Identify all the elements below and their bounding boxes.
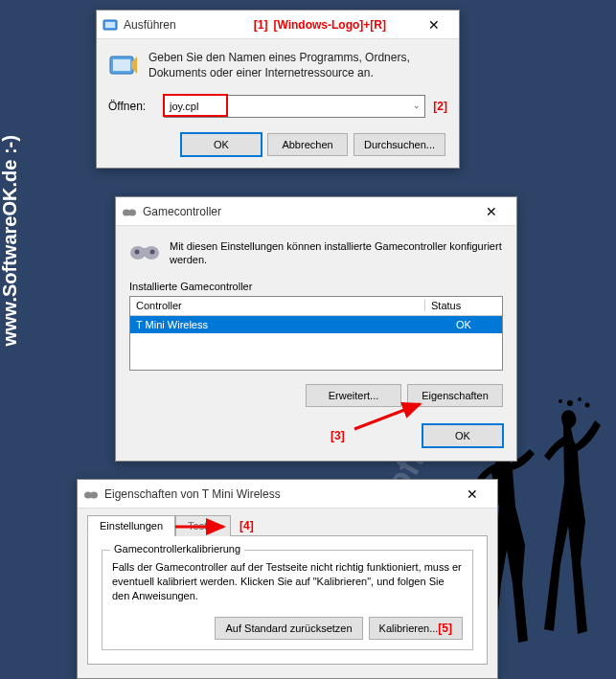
tab-settings[interactable]: Einstellungen	[87, 515, 175, 536]
advanced-button[interactable]: Erweitert...	[306, 384, 401, 407]
reset-defaults-button[interactable]: Auf Standard zurücksetzen	[215, 617, 362, 640]
annotation-3: [3]	[331, 429, 345, 442]
svg-point-1	[578, 397, 582, 401]
gamecontroller-description: Mit diesen Einstellungen können installi…	[170, 239, 503, 267]
properties-title: Eigenschaften von T Mini Wireless	[104, 487, 453, 501]
properties-titlebar: Eigenschaften von T Mini Wireless ✕	[78, 480, 497, 509]
gamecontroller-body-icon	[129, 239, 160, 262]
run-description: Geben Sie den Namen eines Programms, Ord…	[148, 51, 447, 80]
close-icon[interactable]: ✕	[453, 481, 491, 508]
run-dialog-icon	[103, 17, 118, 33]
run-program-icon	[108, 51, 139, 81]
gamecontroller-dialog-icon	[122, 204, 137, 219]
svg-point-14	[135, 250, 140, 255]
svg-rect-19	[87, 493, 95, 496]
annotation-1: [1]	[254, 18, 268, 32]
calibration-groupbox: Gamecontrollerkalibrierung Falls der Gam…	[102, 550, 473, 650]
chevron-down-icon[interactable]: ⌄	[413, 101, 421, 110]
tab-test[interactable]: Testen	[175, 515, 231, 536]
svg-rect-5	[105, 22, 115, 28]
controllers-listview[interactable]: Controller Status T Mini Wireless OK	[129, 296, 503, 371]
run-titlebar: Ausführen [1] [Windows-Logo]+[R] ✕	[97, 11, 459, 39]
gamecontroller-dialog: Gamecontroller ✕ Mit diesen Einstellunge…	[115, 196, 517, 462]
browse-button[interactable]: Durchsuchen...	[354, 133, 445, 156]
ok-button[interactable]: OK	[181, 133, 262, 156]
close-icon[interactable]: ✕	[415, 11, 453, 38]
settings-tab-panel: Gamecontrollerkalibrierung Falls der Gam…	[87, 535, 488, 665]
col-controller[interactable]: Controller	[130, 300, 425, 311]
controller-name: T Mini Wireless	[130, 319, 425, 330]
cancel-button[interactable]: Abbrechen	[267, 133, 348, 156]
annotation-5: [5]	[438, 622, 452, 635]
annotation-2: [2]	[433, 100, 447, 113]
open-label: Öffnen:	[108, 100, 156, 113]
annotation-1-hint: [Windows-Logo]+[R]	[273, 18, 386, 32]
properties-dialog: Eigenschaften von T Mini Wireless ✕ Eins…	[77, 479, 498, 679]
open-value: joy.cpl	[170, 101, 198, 112]
calibration-group-title: Gamecontrollerkalibrierung	[110, 543, 244, 555]
svg-rect-10	[125, 211, 133, 214]
close-icon[interactable]: ✕	[472, 198, 511, 225]
svg-point-0	[567, 400, 573, 406]
calibration-description: Falls der Gamecontroller auf der Testsei…	[112, 560, 463, 603]
table-row[interactable]: T Mini Wireless OK	[130, 316, 502, 333]
controller-status: OK	[425, 319, 502, 330]
svg-point-15	[150, 250, 155, 255]
run-dialog: Ausführen [1] [Windows-Logo]+[R] ✕ Geben…	[96, 10, 460, 169]
calibrate-label: Kalibrieren...	[379, 622, 439, 634]
installed-controllers-label: Installierte Gamecontroller	[129, 281, 503, 292]
open-combobox[interactable]: joy.cpl ⌄	[164, 95, 425, 118]
calibrate-button[interactable]: Kalibrieren...[5]	[369, 617, 463, 640]
ok-button[interactable]: OK	[422, 424, 503, 447]
watermark-left-text: www.SoftwareOK.de :-)	[0, 135, 21, 346]
gamecontroller-titlebar: Gamecontroller ✕	[116, 197, 516, 226]
properties-button[interactable]: Eigenschaften	[407, 384, 503, 407]
svg-rect-7	[113, 59, 130, 71]
annotation-4: [4]	[240, 519, 254, 532]
svg-point-2	[585, 403, 590, 408]
run-title: Ausführen	[124, 18, 254, 32]
listview-header: Controller Status	[130, 297, 502, 316]
svg-point-3	[559, 399, 562, 403]
gamecontroller-title: Gamecontroller	[143, 205, 472, 218]
properties-dialog-icon	[83, 487, 99, 502]
col-status[interactable]: Status	[425, 300, 502, 311]
